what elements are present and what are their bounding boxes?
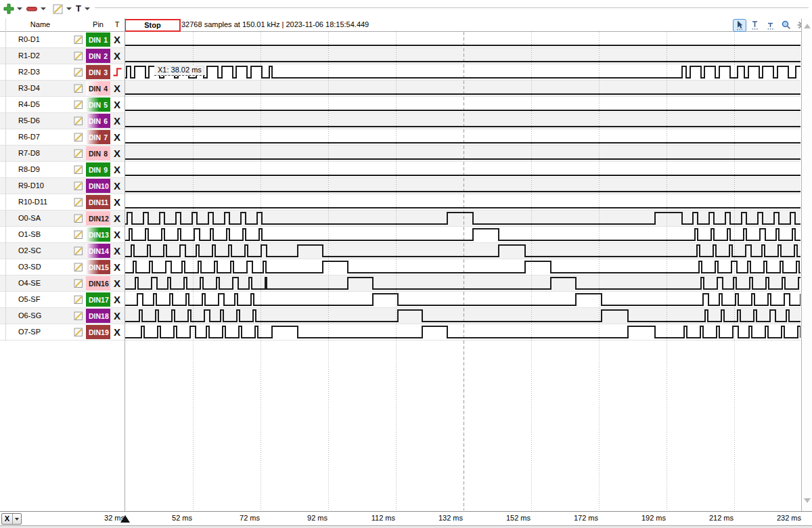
pin-badge[interactable]: DIN11 — [86, 195, 110, 209]
channel-row[interactable]: O1-SBDIN13X — [0, 227, 800, 243]
pin-badge[interactable]: DIN1 — [86, 32, 110, 47]
edit-icon[interactable] — [74, 68, 83, 77]
trigger-setting[interactable]: X — [110, 292, 124, 307]
pin-badge[interactable]: DIN8 — [86, 146, 110, 160]
pin-badge[interactable]: DIN13 — [86, 227, 110, 242]
trigger-position-marker[interactable] — [120, 515, 130, 523]
edit-icon[interactable] — [74, 51, 83, 61]
edit-icon[interactable] — [74, 116, 83, 126]
add-channel-button[interactable] — [3, 3, 15, 15]
channel-row[interactable]: O7-SPDIN19X — [0, 324, 800, 340]
x-axis-selector[interactable]: X — [1, 513, 22, 525]
measure-tool-button[interactable] — [764, 19, 777, 32]
stop-button[interactable]: Stop — [125, 19, 181, 32]
pin-badge[interactable]: DIN15 — [86, 260, 110, 274]
edit-label-dropdown-caret[interactable] — [66, 7, 72, 10]
edit-icon[interactable] — [74, 133, 83, 142]
pin-badge[interactable]: DIN7 — [86, 130, 110, 144]
trigger-setting[interactable]: X — [110, 308, 124, 324]
edit-icon[interactable] — [74, 328, 83, 337]
trigger-setting[interactable]: X — [110, 129, 124, 145]
pin-badge[interactable]: DIN2 — [86, 49, 110, 63]
trigger-setting[interactable]: X — [110, 243, 124, 259]
pin-badge[interactable]: DIN4 — [86, 81, 110, 95]
trigger-setting[interactable]: X — [110, 113, 124, 129]
edit-icon[interactable] — [74, 165, 83, 175]
channel-row[interactable]: R7-D8DIN8X — [0, 146, 800, 162]
trigger-setting[interactable]: X — [110, 211, 124, 226]
edit-icon[interactable] — [74, 198, 83, 207]
edit-icon[interactable] — [74, 263, 83, 272]
pin-badge[interactable]: DIN10 — [86, 179, 110, 193]
pin-badge[interactable]: DIN18 — [86, 309, 110, 323]
x-axis-selector-caret[interactable] — [12, 514, 21, 524]
channel-row[interactable]: R1-D2DIN2X — [0, 48, 800, 64]
remove-channel-button[interactable] — [26, 3, 38, 15]
channel-row[interactable]: R0-D1DIN1X — [0, 32, 800, 48]
trigger-menu-button[interactable]: T — [76, 3, 81, 14]
channel-row[interactable]: O5-SFDIN17X — [0, 292, 800, 308]
trigger-setting[interactable]: X — [110, 178, 124, 194]
edit-icon[interactable] — [74, 84, 83, 93]
trigger-setting[interactable]: X — [110, 32, 124, 47]
trigger-setting[interactable]: X — [110, 48, 124, 64]
pin-badge[interactable]: DIN14 — [86, 244, 110, 258]
scroll-down-icon[interactable] — [804, 498, 811, 503]
zoom-tool-button[interactable] — [780, 19, 793, 32]
channel-row[interactable]: O4-SEDIN16X — [0, 276, 800, 292]
channel-row[interactable]: O0-SADIN12X — [0, 211, 800, 227]
channel-row[interactable]: R8-D9DIN9X — [0, 162, 800, 178]
scroll-up-icon[interactable] — [804, 24, 811, 28]
pin-badge[interactable]: DIN5 — [86, 97, 110, 112]
channel-row[interactable]: R5-D6DIN6X — [0, 113, 800, 129]
channel-row[interactable]: R10-D11DIN11X — [0, 194, 800, 211]
pin-badge[interactable]: DIN19 — [86, 325, 110, 339]
trigger-x-icon: X — [114, 164, 120, 175]
edit-icon[interactable] — [74, 100, 83, 110]
channel-row[interactable]: O3-SDDIN15X — [0, 259, 800, 276]
trigger-setting[interactable]: X — [110, 276, 124, 291]
channel-row[interactable]: R4-D5DIN5X — [0, 97, 800, 113]
edit-icon[interactable] — [74, 246, 83, 256]
trigger-setting[interactable]: X — [110, 259, 124, 275]
trigger-setting[interactable]: X — [110, 97, 124, 112]
trigger-setting[interactable]: X — [110, 162, 124, 177]
trigger-setting[interactable]: X — [110, 194, 124, 210]
channel-row[interactable]: R3-D4DIN4X — [0, 81, 800, 97]
edit-icon[interactable] — [74, 214, 83, 223]
trigger-setting[interactable]: X — [110, 146, 124, 161]
edit-icon[interactable] — [74, 149, 83, 158]
channel-row[interactable]: O6-SGDIN18X — [0, 308, 800, 324]
pointer-tool-button[interactable] — [733, 19, 746, 32]
hot-track-tool-button[interactable] — [748, 19, 762, 32]
pin-badge[interactable]: DIN3 — [86, 65, 110, 79]
time-tick-label: 92 ms — [288, 514, 328, 522]
edit-icon[interactable] — [74, 295, 83, 305]
pin-badge[interactable]: DIN9 — [86, 162, 110, 177]
edit-icon[interactable] — [74, 311, 83, 321]
channel-row[interactable]: R9-D10DIN10X — [0, 178, 800, 194]
pin-badge[interactable]: DIN16 — [86, 276, 110, 290]
edit-icon[interactable] — [74, 279, 83, 288]
trigger-x-icon: X — [114, 246, 120, 256]
channel-row[interactable]: O2-SCDIN14X — [0, 243, 800, 259]
pin-badge[interactable]: DIN17 — [86, 292, 110, 307]
trigger-setting[interactable] — [110, 64, 124, 80]
channel-row[interactable]: R6-D7DIN7X — [0, 129, 800, 146]
time-tick-label: 132 ms — [424, 514, 463, 522]
edit-icon[interactable] — [74, 181, 83, 191]
edit-icon[interactable] — [74, 35, 83, 45]
channel-row[interactable]: R2-D3DIN3 — [0, 64, 800, 81]
add-channel-dropdown-caret[interactable] — [17, 7, 22, 10]
edit-label-button[interactable] — [51, 3, 64, 15]
pin-badge[interactable]: DIN6 — [86, 114, 110, 128]
trigger-setting[interactable]: X — [110, 324, 124, 340]
remove-channel-dropdown-caret[interactable] — [41, 7, 46, 10]
trigger-menu-dropdown-caret[interactable] — [85, 7, 90, 10]
trigger-setting[interactable]: X — [110, 81, 124, 96]
trigger-setting[interactable]: X — [110, 227, 124, 242]
channel-name: O1-SB — [18, 227, 41, 242]
vertical-scrollbar[interactable] — [801, 18, 812, 511]
edit-icon[interactable] — [74, 230, 83, 240]
pin-badge[interactable]: DIN12 — [86, 211, 110, 225]
